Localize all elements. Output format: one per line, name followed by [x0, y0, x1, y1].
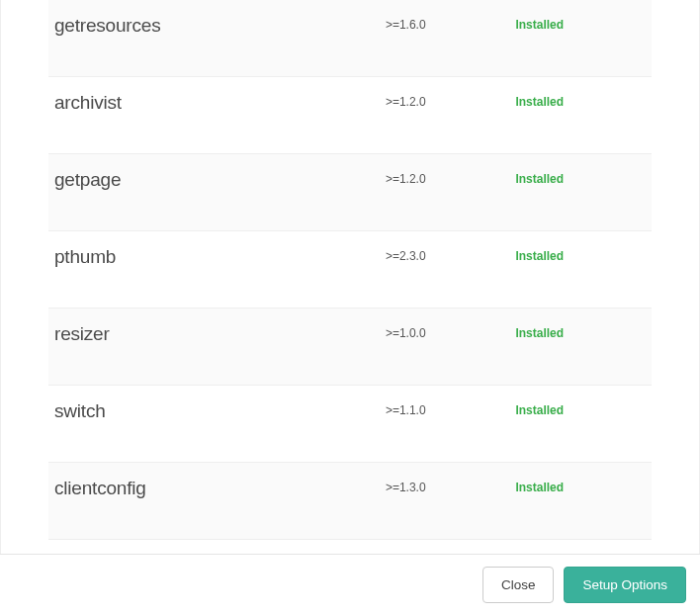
package-row[interactable]: getresources>=1.6.0Installed [48, 0, 652, 77]
package-version: >=1.2.0 [386, 92, 516, 109]
package-version: >=2.3.0 [386, 246, 516, 263]
package-row[interactable]: resizer>=1.0.0Installed [48, 308, 652, 386]
package-row[interactable]: switch>=1.1.0Installed [48, 386, 652, 463]
package-status: Installed [515, 478, 646, 494]
package-list: getresources>=1.6.0Installedarchivist>=1… [48, 0, 652, 540]
package-version: >=1.6.0 [386, 15, 516, 32]
package-status: Installed [515, 323, 646, 340]
package-name: getresources [54, 15, 386, 37]
package-name: switch [54, 400, 386, 422]
package-version: >=1.0.0 [386, 323, 516, 340]
package-name: pthumb [54, 246, 386, 268]
package-name: clientconfig [54, 478, 386, 499]
package-status: Installed [515, 15, 646, 32]
package-row[interactable]: getpage>=1.2.0Installed [48, 154, 652, 231]
package-name: getpage [54, 169, 386, 191]
package-row[interactable]: clientconfig>=1.3.0Installed [48, 463, 652, 540]
package-row[interactable]: archivist>=1.2.0Installed [48, 77, 652, 154]
package-status: Installed [515, 246, 646, 263]
package-name: archivist [54, 92, 386, 114]
package-name: resizer [54, 323, 386, 345]
setup-options-button[interactable]: Setup Options [564, 567, 686, 603]
package-version: >=1.1.0 [386, 400, 516, 417]
package-list-container: getresources>=1.6.0Installedarchivist>=1… [0, 0, 700, 554]
package-status: Installed [515, 169, 646, 186]
package-status: Installed [515, 400, 646, 417]
modal-footer: Close Setup Options [0, 554, 700, 615]
package-status: Installed [515, 92, 646, 109]
close-button[interactable]: Close [482, 567, 555, 603]
package-version: >=1.2.0 [386, 169, 516, 186]
package-row[interactable]: pthumb>=2.3.0Installed [48, 231, 652, 308]
package-version: >=1.3.0 [386, 478, 516, 494]
